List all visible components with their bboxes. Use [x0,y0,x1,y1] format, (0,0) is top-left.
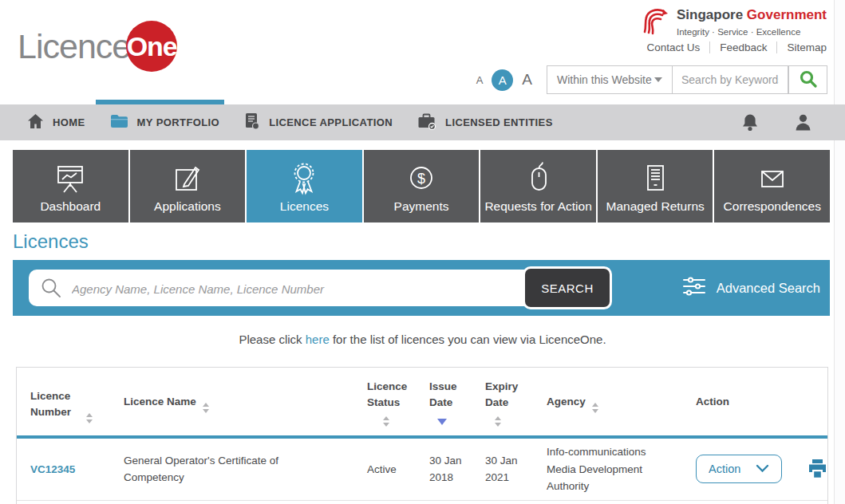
portfolio-tabs: Dashboard Applications Licences [13,150,830,222]
font-size-small-button[interactable]: A [476,74,484,86]
col-header-licence-status[interactable]: Licence Status [367,368,429,435]
search-icon [40,277,62,302]
search-icon [799,69,818,91]
site-search-button[interactable] [788,65,827,94]
tab-requests-for-action[interactable]: Requests for Action [480,150,596,222]
svg-text:$: $ [417,171,425,187]
tab-correspondences[interactable]: Correspondences [714,150,830,222]
main-navigation: HOME MY PORTFOLIO [0,104,845,140]
contact-us-link[interactable]: Contact Us [637,41,709,53]
sort-icon[interactable] [203,403,209,413]
font-size-large-button[interactable]: A [522,71,532,89]
lion-head-icon [642,6,670,41]
logo-word: Licence [18,27,130,66]
search-scope-select[interactable]: Within this Website [547,65,673,94]
returns-document-icon [638,159,673,198]
sort-icon[interactable] [592,403,598,413]
col-header-action: Action [696,368,827,435]
col-header-licence-number[interactable]: Licence Number [30,368,124,435]
chevron-down-icon [756,463,769,475]
font-size-medium-button[interactable]: A [492,69,513,91]
sort-active-desc-icon[interactable] [437,419,485,425]
home-icon [27,113,44,132]
logo-one: One [127,31,177,62]
issue-date-cell: 30 Jan 2018 [429,452,485,486]
payments-dollar-icon: $ [404,159,439,198]
licence-status-cell: Active [367,461,429,478]
page-title: Licences [13,230,89,253]
document-seal-icon [244,112,260,133]
advanced-search-button[interactable]: Advanced Search [682,260,822,316]
action-dropdown-button[interactable]: Action [696,455,782,483]
col-header-licence-name[interactable]: Licence Name [124,368,367,435]
licence-number-cell: VC12345 [30,461,124,478]
chevron-down-icon [654,77,662,82]
tab-payments-label: Payments [394,199,449,214]
briefcase-check-icon [417,112,436,133]
licence-search-panel: SEARCH Advanced Search [13,260,830,316]
notice-text-post: for the list of licences you can view vi… [330,333,606,346]
sort-icon[interactable] [495,416,547,427]
sort-icon[interactable] [86,413,93,423]
tab-dashboard[interactable]: Dashboard [13,150,128,222]
page-right-edge [834,0,845,504]
sliders-icon [682,276,706,300]
search-button[interactable]: SEARCH [523,266,612,309]
gov-government-text: Government [747,7,827,22]
here-link[interactable]: here [306,333,330,346]
tab-applications[interactable]: Applications [130,150,246,222]
tab-dashboard-label: Dashboard [40,199,101,214]
utility-links: Contact Us Feedback Sitemap [637,41,827,53]
col-header-issue-date[interactable]: Issue Date [429,368,485,435]
tab-licences[interactable]: Licences [247,150,362,222]
col-header-agency[interactable]: Agency [547,368,696,435]
tab-licences-label: Licences [280,199,329,214]
notifications-bell-icon[interactable] [741,113,759,132]
tab-requests-for-action-label: Requests for Action [484,199,591,214]
print-icon[interactable] [807,459,828,479]
nav-licence-application[interactable]: LICENCE APPLICATION [244,112,393,133]
licenceone-page: Licence One Singapore Government [0,0,845,504]
licence-number-link[interactable]: VC12345 [30,463,75,475]
feedback-link[interactable]: Feedback [709,41,776,53]
agency-cell: Info-communications Media Development Au… [547,443,696,495]
logo-red-circle: One [126,21,177,72]
tab-applications-label: Applications [154,199,221,214]
tab-managed-returns[interactable]: Managed Returns [598,150,713,222]
tab-managed-returns-label: Managed Returns [606,199,705,214]
table-row: VC12345 General Operator's Certificate o… [17,439,827,501]
licences-rosette-icon [286,159,322,198]
col-header-expiry-date[interactable]: Expiry Date [485,368,547,435]
notice-text-pre: Please click [239,333,305,346]
expiry-date-cell: 30 Jan 2021 [485,452,547,486]
font-size-controls: A A A [476,69,532,91]
nav-licence-application-label: LICENCE APPLICATION [269,116,393,128]
licence-search-field: SEARCH [29,270,611,306]
advanced-search-label: Advanced Search [717,281,820,296]
sitemap-link[interactable]: Sitemap [776,41,827,53]
licence-name-cell: General Operator's Certificate of Compet… [124,452,367,486]
sort-icon[interactable] [383,416,429,427]
nav-licensed-entities-label: LICENSED ENTITIES [445,116,553,128]
envelope-icon [755,159,790,198]
tab-correspondences-label: Correspondences [724,199,821,214]
nav-my-portfolio-label: MY PORTFOLIO [137,116,220,128]
keyword-search-input[interactable] [673,65,788,94]
table-header-row: Licence Number Licence Name Licence Stat… [17,368,827,435]
tab-payments[interactable]: $ Payments [364,150,480,222]
nav-my-portfolio[interactable]: MY PORTFOLIO [110,113,220,132]
site-search-bar: A A A Within this Website [476,65,827,94]
mouse-icon [521,159,556,198]
licence-search-input[interactable] [70,270,520,308]
folder-icon [110,113,128,132]
gov-singapore-text: Singapore [677,7,743,22]
user-account-icon[interactable] [795,114,811,131]
licenceone-logo[interactable]: Licence One [18,21,177,72]
applications-edit-icon [170,159,205,198]
status-value: Active [367,463,397,475]
licences-table: Licence Number Licence Name Licence Stat… [16,367,828,504]
nav-licensed-entities[interactable]: LICENSED ENTITIES [417,112,553,133]
nav-home[interactable]: HOME [27,113,85,132]
active-tab-indicator [96,100,224,104]
action-cell: Action [696,455,828,483]
